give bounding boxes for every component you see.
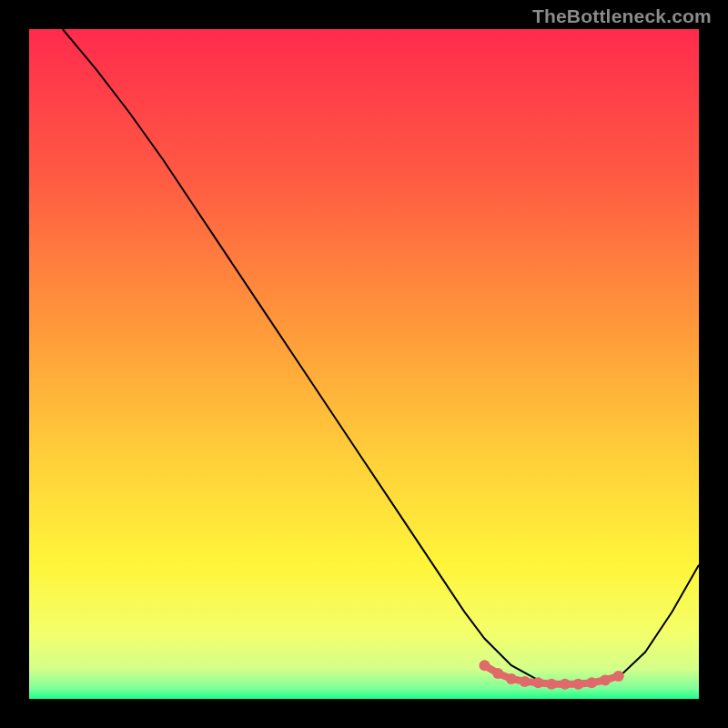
optimal-marker-dot <box>613 671 624 682</box>
chart-frame: TheBottleneck.com <box>0 0 728 728</box>
optimal-marker-dot <box>492 668 503 679</box>
optimal-marker-dot <box>586 677 597 688</box>
optimal-marker-dot <box>532 677 543 688</box>
bottleneck-chart <box>29 29 699 699</box>
optimal-marker-dot <box>546 679 557 690</box>
gradient-background <box>29 29 699 699</box>
watermark-text: TheBottleneck.com <box>532 5 712 27</box>
plot-area <box>29 29 699 699</box>
optimal-marker-dot <box>480 660 490 671</box>
optimal-marker-dot <box>560 679 571 690</box>
optimal-marker-dot <box>506 673 517 684</box>
optimal-marker-dot <box>573 679 584 690</box>
optimal-marker-dot <box>520 676 531 687</box>
optimal-marker-dot <box>600 674 611 685</box>
